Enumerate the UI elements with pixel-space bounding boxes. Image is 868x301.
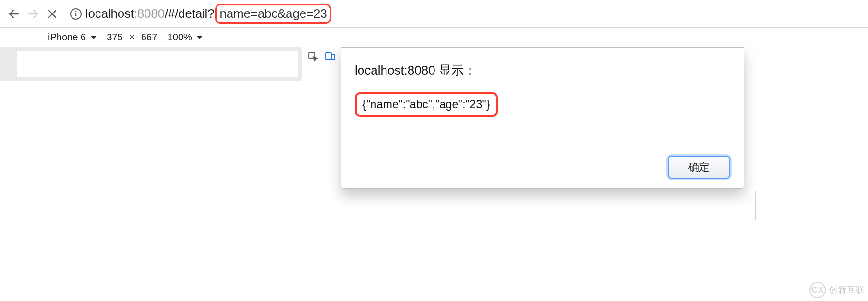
alert-footer: 确定	[355, 156, 730, 179]
devtools-pane: localhost:8080 显示： {"name":"abc","age":"…	[302, 47, 868, 301]
url-port: :8080	[134, 6, 165, 21]
alert-dialog: localhost:8080 显示： {"name":"abc","age":"…	[341, 47, 744, 189]
watermark-text: 创新互联	[829, 284, 865, 296]
inspect-icon[interactable]	[307, 51, 319, 63]
viewport-width[interactable]: 375	[105, 31, 124, 43]
alert-title: localhost:8080 显示：	[355, 62, 730, 79]
info-icon[interactable]: i	[70, 8, 82, 20]
alert-body-text: {"name":"abc","age":"23"}	[362, 98, 490, 111]
url-path: /#/detail?	[165, 6, 215, 21]
watermark-logo: CX	[809, 282, 826, 298]
ok-button[interactable]: 确定	[668, 156, 730, 179]
svg-rect-5	[326, 53, 331, 60]
zoom-label: 100%	[168, 32, 192, 43]
browser-nav-bar: i localhost:8080/#/detail?name=abc&age=2…	[0, 0, 868, 28]
viewport-height[interactable]: 667	[140, 31, 159, 43]
url-query-highlight: name=abc&age=23	[215, 4, 331, 24]
forward-icon	[26, 7, 40, 21]
watermark: CX 创新互联	[809, 282, 865, 298]
device-toggle-icon[interactable]	[325, 51, 336, 63]
chevron-down-icon	[91, 36, 96, 39]
content-split: localhost:8080 显示： {"name":"abc","age":"…	[0, 47, 868, 301]
ok-button-label: 确定	[688, 160, 710, 175]
url-text: localhost:8080/#/detail?name=abc&age=23	[85, 4, 331, 24]
svg-rect-6	[332, 55, 335, 60]
zoom-select[interactable]: 100%	[168, 32, 203, 43]
device-preview-pane	[0, 47, 302, 301]
device-select[interactable]: iPhone 6	[48, 32, 96, 43]
device-frame-bg	[0, 47, 302, 81]
divider	[755, 191, 756, 220]
close-icon[interactable]	[45, 7, 60, 21]
address-bar[interactable]: i localhost:8080/#/detail?name=abc&age=2…	[70, 4, 861, 24]
alert-body-highlight: {"name":"abc","age":"23"}	[355, 92, 498, 117]
device-label: iPhone 6	[48, 32, 86, 43]
device-page	[17, 51, 298, 77]
chevron-down-icon	[197, 36, 203, 39]
device-toolbar: iPhone 6 375 × 667 100%	[0, 28, 868, 47]
url-query: name=abc&age=23	[219, 6, 327, 21]
viewport-dims: 375 × 667	[105, 31, 159, 43]
url-host: localhost	[85, 6, 134, 21]
back-icon[interactable]	[7, 7, 21, 21]
times-icon: ×	[129, 32, 135, 43]
